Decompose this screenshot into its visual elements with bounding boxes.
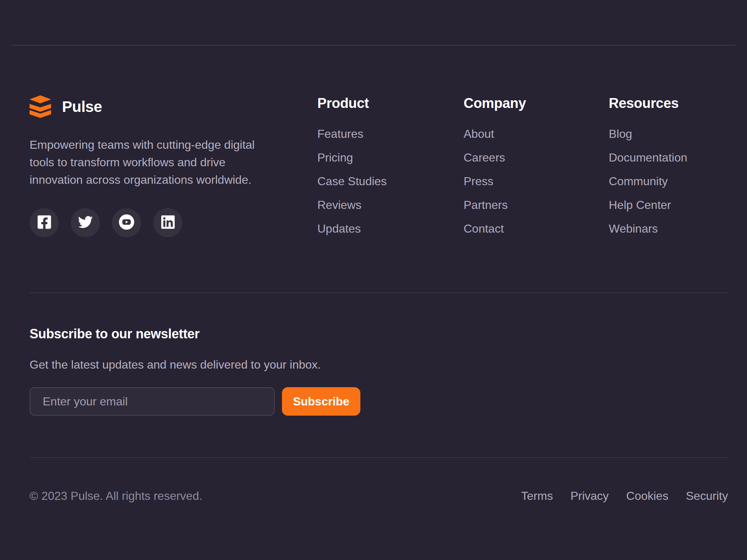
newsletter-title: Subscribe to our newsletter xyxy=(30,326,728,342)
brand-column: Pulse Empowering teams with cutting-edge… xyxy=(30,95,317,246)
legal-link-security[interactable]: Security xyxy=(686,489,728,502)
footer-link-contact[interactable]: Contact xyxy=(464,223,609,234)
footer-column-product: Product Features Pricing Case Studies Re… xyxy=(317,95,464,246)
footer-link-webinars[interactable]: Webinars xyxy=(609,223,728,234)
footer-link-blog[interactable]: Blog xyxy=(609,128,728,140)
legal-links: Terms Privacy Cookies Security xyxy=(521,489,728,502)
facebook-icon xyxy=(38,214,51,231)
legal-link-privacy[interactable]: Privacy xyxy=(570,489,609,502)
newsletter-form: Subscribe xyxy=(30,387,728,416)
footer-link-documentation[interactable]: Documentation xyxy=(609,152,728,163)
youtube-icon xyxy=(119,214,135,232)
copyright-text: © 2023 Pulse. All rights reserved. xyxy=(30,489,202,502)
social-link-facebook[interactable] xyxy=(30,208,59,237)
column-title: Company xyxy=(464,95,609,111)
social-link-twitter[interactable] xyxy=(71,208,100,237)
footer-link-reviews[interactable]: Reviews xyxy=(317,199,464,211)
pulse-layers-logo-icon xyxy=(30,95,51,118)
footer-column-company: Company About Careers Press Partners Con… xyxy=(464,95,609,246)
subscribe-button[interactable]: Subscribe xyxy=(282,387,360,416)
legal-link-cookies[interactable]: Cookies xyxy=(626,489,669,502)
brand-tagline: Empowering teams with cutting-edge digit… xyxy=(30,136,276,188)
top-divider xyxy=(12,45,735,46)
brand-name: Pulse xyxy=(62,98,102,116)
footer-link-press[interactable]: Press xyxy=(464,175,609,187)
footer-column-resources: Resources Blog Documentation Community H… xyxy=(609,95,728,246)
twitter-icon xyxy=(77,215,93,231)
footer-link-case-studies[interactable]: Case Studies xyxy=(317,175,464,187)
section-divider xyxy=(30,457,728,458)
footer-link-features[interactable]: Features xyxy=(317,128,464,140)
social-link-youtube[interactable] xyxy=(112,208,141,237)
social-link-linkedin[interactable] xyxy=(153,208,182,237)
footer-link-help-center[interactable]: Help Center xyxy=(609,199,728,211)
footer-link-careers[interactable]: Careers xyxy=(464,152,609,163)
email-input[interactable] xyxy=(30,387,275,416)
logo: Pulse xyxy=(30,95,317,118)
legal-link-terms[interactable]: Terms xyxy=(521,489,553,502)
newsletter-section: Subscribe to our newsletter Get the late… xyxy=(30,326,728,416)
footer-link-pricing[interactable]: Pricing xyxy=(317,152,464,163)
bottom-bar: © 2023 Pulse. All rights reserved. Terms… xyxy=(30,489,728,502)
footer: Pulse Empowering teams with cutting-edge… xyxy=(30,95,728,502)
footer-link-about[interactable]: About xyxy=(464,128,609,140)
footer-link-partners[interactable]: Partners xyxy=(464,199,609,211)
linkedin-icon xyxy=(161,214,175,231)
section-divider xyxy=(30,292,728,293)
footer-link-community[interactable]: Community xyxy=(609,175,728,187)
footer-link-updates[interactable]: Updates xyxy=(317,223,464,234)
column-title: Resources xyxy=(609,95,728,111)
column-title: Product xyxy=(317,95,464,111)
newsletter-subtitle: Get the latest updates and news delivere… xyxy=(30,357,728,373)
social-links xyxy=(30,208,317,237)
